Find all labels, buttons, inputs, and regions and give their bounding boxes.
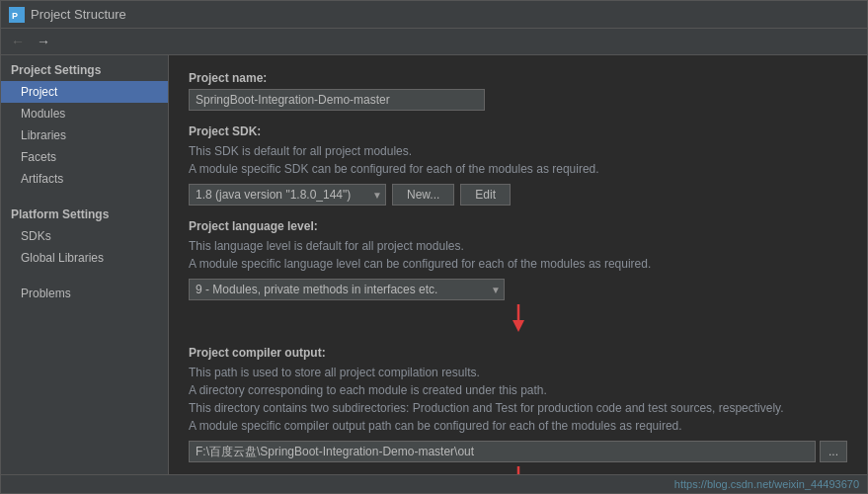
lang-select-wrapper: 9 - Modules, private methods in interfac…	[189, 279, 505, 300]
project-settings-section-label: Project Settings	[1, 55, 168, 81]
sdk-select-wrapper: 1.8 (java version "1.8.0_144") ▼	[189, 184, 386, 206]
lang-select[interactable]: 9 - Modules, private methods in interfac…	[189, 279, 505, 300]
project-name-input[interactable]	[189, 89, 485, 111]
project-sdk-desc1: This SDK is default for all project modu…	[189, 142, 847, 178]
sidebar-item-facets[interactable]: Facets	[1, 146, 168, 168]
project-lang-desc: This language level is default for all p…	[189, 237, 847, 273]
sidebar-item-project[interactable]: Project	[1, 81, 168, 103]
forward-button[interactable]: →	[33, 32, 54, 51]
compiler-output-desc: This path is used to store all project c…	[189, 364, 847, 435]
new-sdk-button[interactable]: New...	[392, 184, 454, 206]
sidebar-item-sdks[interactable]: SDKs	[1, 225, 168, 247]
sidebar-item-libraries[interactable]: Libraries	[1, 124, 168, 146]
edit-sdk-button[interactable]: Edit	[460, 184, 511, 206]
lang-arrow-indicator	[189, 304, 847, 332]
sidebar: Project Settings Project Modules Librari…	[1, 55, 169, 474]
project-structure-window: P Project Structure ← → Project Settings…	[0, 0, 868, 494]
bottom-bar: https://blog.csdn.net/weixin_44493670	[1, 474, 867, 493]
project-name-label: Project name:	[189, 71, 847, 85]
sdk-select[interactable]: 1.8 (java version "1.8.0_144")	[189, 184, 386, 206]
app-icon: P	[9, 7, 25, 23]
svg-marker-3	[513, 320, 524, 332]
title-bar: P Project Structure	[1, 1, 867, 29]
compiler-output-row: ...	[189, 441, 847, 462]
sidebar-item-modules[interactable]: Modules	[1, 103, 168, 124]
platform-settings-section-label: Platform Settings	[1, 200, 168, 225]
sidebar-item-artifacts[interactable]: Artifacts	[1, 168, 168, 190]
main-content: Project Settings Project Modules Librari…	[1, 55, 867, 474]
compiler-output-input[interactable]	[189, 441, 816, 462]
project-lang-label: Project language level:	[189, 219, 847, 233]
window-title: Project Structure	[31, 7, 126, 22]
compiler-output-label: Project compiler output:	[189, 346, 847, 360]
sidebar-spacer-2	[1, 269, 168, 279]
sidebar-item-problems[interactable]: Problems	[1, 279, 168, 304]
sidebar-item-global-libraries[interactable]: Global Libraries	[1, 247, 168, 269]
content-panel: Project name: Project SDK: This SDK is d…	[169, 55, 867, 474]
sdk-row: 1.8 (java version "1.8.0_144") ▼ New... …	[189, 184, 847, 206]
lang-row: 9 - Modules, private methods in interfac…	[189, 279, 847, 300]
back-button[interactable]: ←	[7, 32, 29, 51]
toolbar: ← →	[1, 29, 867, 55]
project-sdk-label: Project SDK:	[189, 124, 847, 138]
svg-text:P: P	[12, 11, 18, 21]
compiler-arrow-indicator	[189, 466, 847, 474]
browse-button[interactable]: ...	[820, 441, 847, 462]
sidebar-spacer-1	[1, 190, 168, 200]
watermark-text: https://blog.csdn.net/weixin_44493670	[674, 478, 859, 490]
